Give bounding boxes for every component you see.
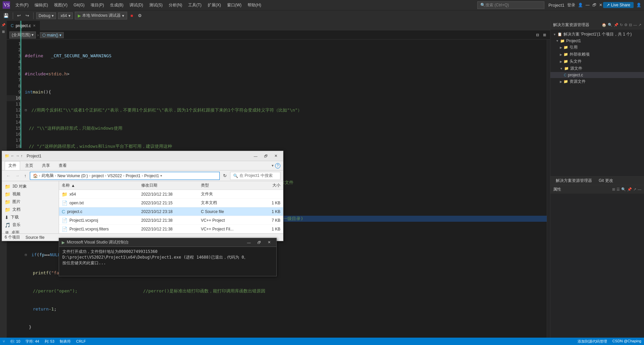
tree-item-project-c[interactable]: C project.c: [550, 72, 644, 78]
addr-project[interactable]: project: [92, 174, 104, 178]
menu-help[interactable]: 帮助(H): [245, 2, 264, 9]
collapse-all-btn[interactable]: ⊟: [535, 32, 540, 38]
fe-col-type[interactable]: 类型: [201, 183, 241, 188]
addr-project1-2[interactable]: Project1: [144, 174, 159, 178]
addr-pc[interactable]: 此电脑: [42, 173, 54, 179]
fe-sidebar-pictures[interactable]: 📁 图片: [2, 198, 59, 206]
menu-test[interactable]: 测试(S): [147, 2, 165, 9]
file-row-vcxproj-filters[interactable]: 📄 Project1.vcxproj.filters 2022/10/12 21…: [59, 225, 283, 233]
restore-button[interactable]: 🗗: [592, 3, 596, 7]
expand-btn[interactable]: ⊞: [542, 32, 547, 38]
fe-up-icon[interactable]: ↑: [21, 154, 23, 158]
tree-item-project[interactable]: ▼ 📁 Project1: [550, 38, 644, 44]
se-float-icon[interactable]: ↗: [638, 23, 641, 27]
fe-maximize-button[interactable]: 🗗: [261, 152, 270, 160]
menu-debug[interactable]: 调试(D): [127, 2, 146, 9]
menu-file[interactable]: 文件(F): [13, 2, 31, 9]
addr-project1-1[interactable]: Project1: [126, 174, 141, 178]
fe-col-date[interactable]: 修改日期: [141, 183, 201, 188]
status-add-source[interactable]: 添加到源代码管理: [578, 339, 607, 344]
addr-vs2022[interactable]: VS2022: [108, 174, 122, 178]
se-pin-icon[interactable]: 📌: [614, 23, 619, 27]
ribbon-tab-file[interactable]: 文件: [5, 161, 20, 170]
tab-project-c[interactable]: C project.c ✕: [7, 21, 40, 31]
file-row-vcxproj[interactable]: 📄 Project1.vcxproj 2022/10/12 21:38 VC++…: [59, 216, 283, 225]
tab-git-changes[interactable]: Git 更改: [596, 177, 616, 184]
collapse-icon-12[interactable]: ⊟: [25, 252, 29, 258]
ribbon-tab-home[interactable]: 主页: [21, 161, 37, 170]
menu-extensions[interactable]: 扩展(X): [205, 2, 224, 9]
sign-in-button[interactable]: 登录: [567, 2, 575, 8]
ribbon-tab-view[interactable]: 查看: [55, 161, 70, 170]
fe-nav-forward[interactable]: →: [14, 172, 21, 179]
fe-close-button[interactable]: ✕: [271, 152, 280, 160]
menu-build[interactable]: 生成(B): [107, 2, 126, 9]
tab-close-icon[interactable]: ✕: [33, 24, 36, 27]
file-row-open-txt[interactable]: 📄 open.txt 2022/10/12 21:15 文本文档 1 KB: [59, 199, 283, 207]
toolbar-extra-1[interactable]: ⚙: [137, 12, 143, 19]
fe-sidebar-music[interactable]: 🎵 音乐: [2, 221, 59, 229]
cw-maximize[interactable]: 🗗: [254, 239, 264, 246]
tree-item-source-files[interactable]: ▼ 📁 源文件: [550, 65, 644, 72]
fe-address-bar[interactable]: 🏠 › 此电脑 › New Volume (D:) › project › VS…: [30, 172, 220, 180]
file-row-x64[interactable]: 📁 x64 2022/10/12 21:38 文件夹: [59, 190, 283, 199]
props-search-icon[interactable]: 🔍: [621, 187, 626, 192]
tree-item-resources[interactable]: ▶ 📁 资源文件: [550, 78, 644, 85]
props-close-icon[interactable]: —: [638, 187, 641, 192]
se-home-icon[interactable]: 🏠: [602, 23, 606, 27]
left-expand-icon[interactable]: ⊞: [1, 29, 6, 34]
se-collapse-icon[interactable]: ⊟: [629, 23, 632, 27]
props-float-icon[interactable]: ↗: [633, 187, 636, 192]
fe-help-icon[interactable]: ?: [275, 163, 280, 168]
se-refresh-icon[interactable]: ↻: [620, 23, 623, 27]
toolbar-redo-btn[interactable]: ↪: [24, 12, 31, 19]
breadcrumb-function[interactable]: ⬡ main() ▾: [40, 32, 64, 38]
cw-close[interactable]: ✕: [264, 239, 274, 246]
file-row-project-c[interactable]: C project.c 2022/10/12 23:18 C Source fi…: [59, 207, 283, 216]
fe-col-name[interactable]: 名称 ▲: [62, 183, 141, 188]
collapse-icon-4[interactable]: ⊟: [25, 107, 29, 113]
run-button[interactable]: ▶ 本地 Windows 调试器 ▾: [75, 12, 127, 19]
menu-search-box[interactable]: 🔍 搜索 (Ctrl+Q): [477, 1, 544, 9]
fe-refresh-button[interactable]: ↻: [222, 172, 228, 179]
tree-item-external-deps[interactable]: ▶ 📁 外部依赖项: [550, 51, 644, 58]
tree-item-headers[interactable]: ▶ 📁 头文件: [550, 58, 644, 65]
tree-item-solution[interactable]: ▼ 📋 解决方案 'Project1'(1 个项目，共 1 个): [550, 31, 644, 38]
menu-view[interactable]: 视图(V): [51, 2, 70, 9]
fe-nav-up[interactable]: ↑: [23, 172, 28, 179]
menu-window[interactable]: 窗口(W): [224, 2, 244, 9]
fe-sidebar-desktop[interactable]: 🖥 桌面: [2, 229, 59, 233]
props-pin-icon[interactable]: 📌: [627, 187, 632, 192]
breadcrumb-scope[interactable]: (全局范围) ▾: [9, 31, 36, 39]
fe-sidebar-video[interactable]: 📁 视频: [2, 190, 59, 198]
menu-project[interactable]: 项目(P): [88, 2, 107, 9]
fe-sidebar-documents[interactable]: 📁 文档: [2, 206, 59, 213]
fe-forward-icon[interactable]: →: [16, 154, 19, 158]
close-button[interactable]: ✕: [599, 3, 602, 7]
debug-config-dropdown[interactable]: Debug ▾: [36, 12, 56, 19]
props-grid-icon[interactable]: ⊞: [612, 187, 615, 192]
menu-git[interactable]: Git(G): [71, 2, 87, 8]
se-close-icon[interactable]: —: [633, 23, 637, 27]
menu-analyze[interactable]: 分析(N): [166, 2, 185, 9]
addr-newvol[interactable]: New Volume (D:): [57, 174, 88, 178]
fe-chevron-down[interactable]: ▾: [272, 163, 274, 168]
cw-minimize[interactable]: —: [244, 239, 254, 246]
menu-tools[interactable]: 工具(T): [185, 2, 204, 9]
platform-dropdown[interactable]: x64 ▾: [58, 12, 72, 19]
tab-solution-explorer[interactable]: 解决方案资源管理器: [553, 177, 595, 184]
fe-sidebar-downloads[interactable]: ⬇ 下载: [2, 213, 59, 221]
se-settings-icon[interactable]: ⚙: [624, 23, 628, 27]
fe-back-icon[interactable]: ←: [11, 154, 14, 158]
live-share-button[interactable]: ↗ Live Share: [603, 2, 634, 8]
fe-search-box[interactable]: 🔍 在 Project1 中搜索: [230, 172, 280, 180]
se-search-icon[interactable]: 🔍: [608, 23, 612, 27]
fe-minimize-button[interactable]: —: [251, 152, 260, 160]
fe-sidebar-3d[interactable]: 📁 3D 对象: [2, 183, 59, 190]
fe-col-size[interactable]: 大小: [240, 183, 280, 188]
stop-btn[interactable]: ■: [129, 12, 135, 19]
props-list-icon[interactable]: ☰: [616, 187, 620, 192]
toolbar-save-btn[interactable]: 💾: [2, 12, 10, 19]
minimize-button[interactable]: —: [586, 3, 590, 7]
left-pin-icon[interactable]: 📌: [1, 22, 6, 27]
